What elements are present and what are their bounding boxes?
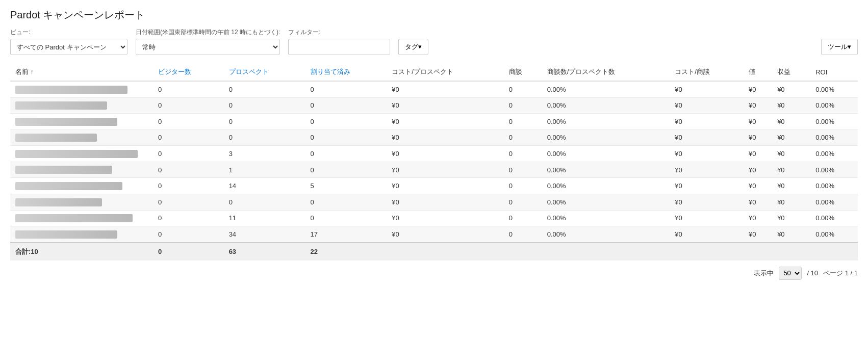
cell-visitors: 0 bbox=[153, 81, 224, 97]
date-select[interactable]: 常時 bbox=[136, 39, 280, 55]
cell-revenue: ¥0 bbox=[772, 146, 810, 162]
cell-value: ¥0 bbox=[744, 178, 772, 194]
name-cell bbox=[10, 114, 153, 130]
cell-value: ¥0 bbox=[744, 81, 772, 97]
view-group: ビュー: すべての Pardot キャンペーン bbox=[10, 28, 127, 55]
cell-roi: 0.00% bbox=[810, 97, 858, 114]
cell-prospects: 0 bbox=[224, 194, 305, 210]
tools-button[interactable]: ツール▾ bbox=[821, 39, 858, 55]
cell-visitors: 0 bbox=[153, 162, 224, 178]
cell-prospects: 3 bbox=[224, 146, 305, 162]
cell-deals_per_prospect: 0.00% bbox=[542, 162, 670, 178]
cell-value: ¥0 bbox=[744, 162, 772, 178]
per-page-select[interactable]: 50 25 10 bbox=[779, 267, 802, 280]
cell-deals_per_prospect: 0.00% bbox=[542, 129, 670, 146]
cell-assigned: 17 bbox=[305, 226, 387, 243]
table-row[interactable]: 0145¥000.00%¥0¥0¥00.00% bbox=[10, 178, 858, 194]
view-select[interactable]: すべての Pardot キャンペーン bbox=[10, 39, 127, 55]
campaign-table: 名前 ↑ビジター数プロスペクト割り当て済みコスト/プロスペクト商談商談数/プロス… bbox=[10, 63, 858, 261]
name-cell bbox=[10, 81, 153, 97]
name-cell bbox=[10, 194, 153, 210]
cell-deals_per_prospect: 0.00% bbox=[542, 114, 670, 130]
footer-empty-3 bbox=[670, 243, 744, 261]
cell-roi: 0.00% bbox=[810, 210, 858, 226]
cell-roi: 0.00% bbox=[810, 162, 858, 178]
table-row[interactable]: 03417¥000.00%¥0¥0¥00.00% bbox=[10, 226, 858, 243]
pagination-bar: 表示中 50 25 10 / 10 ページ 1 / 1 bbox=[10, 267, 858, 280]
footer-label: 合計:10 bbox=[10, 243, 153, 261]
cell-cost_per_prospect: ¥0 bbox=[387, 97, 503, 114]
cell-prospects: 0 bbox=[224, 114, 305, 130]
cell-assigned: 5 bbox=[305, 178, 387, 194]
date-label: 日付範囲(米国東部標準時間の午前 12 時にもとづく): bbox=[136, 28, 280, 37]
cell-cost_per_prospect: ¥0 bbox=[387, 178, 503, 194]
cell-revenue: ¥0 bbox=[772, 162, 810, 178]
cell-prospects: 0 bbox=[224, 81, 305, 97]
cell-cost_per_deal: ¥0 bbox=[670, 97, 744, 114]
cell-cost_per_deal: ¥0 bbox=[670, 162, 744, 178]
cell-cost_per_deal: ¥0 bbox=[670, 81, 744, 97]
cell-revenue: ¥0 bbox=[772, 226, 810, 243]
name-cell bbox=[10, 146, 153, 162]
cell-revenue: ¥0 bbox=[772, 81, 810, 97]
col-header-prospects: プロスペクト bbox=[224, 63, 305, 81]
cell-deals_per_prospect: 0.00% bbox=[542, 81, 670, 97]
table-footer: 合計:1006322 bbox=[10, 243, 858, 261]
table-row[interactable]: 000¥000.00%¥0¥0¥00.00% bbox=[10, 97, 858, 114]
cell-value: ¥0 bbox=[744, 97, 772, 114]
tag-button[interactable]: タグ▾ bbox=[398, 39, 428, 55]
cell-deals: 0 bbox=[504, 114, 542, 130]
table-row[interactable]: 010¥000.00%¥0¥0¥00.00% bbox=[10, 162, 858, 178]
col-header-deals: 商談 bbox=[504, 63, 542, 81]
name-cell bbox=[10, 178, 153, 194]
cell-deals: 0 bbox=[504, 129, 542, 146]
cell-deals: 0 bbox=[504, 162, 542, 178]
col-header-name[interactable]: 名前 ↑ bbox=[10, 63, 153, 81]
table-row[interactable]: 000¥000.00%¥0¥0¥00.00% bbox=[10, 81, 858, 97]
col-header-deals_per_prospect: 商談数/プロスペクト数 bbox=[542, 63, 670, 81]
toolbar: ビュー: すべての Pardot キャンペーン 日付範囲(米国東部標準時間の午前… bbox=[10, 28, 858, 55]
cell-cost_per_deal: ¥0 bbox=[670, 129, 744, 146]
name-cell bbox=[10, 210, 153, 226]
cell-value: ¥0 bbox=[744, 226, 772, 243]
footer-empty-2 bbox=[542, 243, 670, 261]
table-row[interactable]: 0110¥000.00%¥0¥0¥00.00% bbox=[10, 210, 858, 226]
col-header-assigned: 割り当て済み bbox=[305, 63, 387, 81]
cell-visitors: 0 bbox=[153, 114, 224, 130]
table-row[interactable]: 000¥000.00%¥0¥0¥00.00% bbox=[10, 129, 858, 146]
cell-assigned: 0 bbox=[305, 162, 387, 178]
cell-deals_per_prospect: 0.00% bbox=[542, 146, 670, 162]
cell-roi: 0.00% bbox=[810, 226, 858, 243]
footer-empty-1 bbox=[504, 243, 542, 261]
cell-prospects: 0 bbox=[224, 129, 305, 146]
cell-visitors: 0 bbox=[153, 97, 224, 114]
cell-revenue: ¥0 bbox=[772, 178, 810, 194]
cell-cost_per_deal: ¥0 bbox=[670, 210, 744, 226]
name-cell bbox=[10, 226, 153, 243]
cell-assigned: 0 bbox=[305, 210, 387, 226]
cell-prospects: 11 bbox=[224, 210, 305, 226]
cell-cost_per_prospect: ¥0 bbox=[387, 146, 503, 162]
cell-visitors: 0 bbox=[153, 194, 224, 210]
col-header-roi: ROI bbox=[810, 63, 858, 81]
cell-assigned: 0 bbox=[305, 194, 387, 210]
cell-cost_per_deal: ¥0 bbox=[670, 114, 744, 130]
cell-cost_per_prospect: ¥0 bbox=[387, 226, 503, 243]
cell-assigned: 0 bbox=[305, 81, 387, 97]
table-row[interactable]: 030¥000.00%¥0¥0¥00.00% bbox=[10, 146, 858, 162]
filter-group: フィルター: bbox=[288, 28, 390, 55]
footer-visitors: 0 bbox=[153, 243, 224, 261]
table-row[interactable]: 000¥000.00%¥0¥0¥00.00% bbox=[10, 114, 858, 130]
cell-value: ¥0 bbox=[744, 114, 772, 130]
total-label: / 10 bbox=[807, 269, 818, 277]
tools-group: ツール▾ bbox=[821, 39, 858, 55]
footer-empty-0 bbox=[387, 243, 503, 261]
table-row[interactable]: 000¥000.00%¥0¥0¥00.00% bbox=[10, 194, 858, 210]
cell-roi: 0.00% bbox=[810, 146, 858, 162]
view-label: ビュー: bbox=[10, 28, 127, 37]
cell-value: ¥0 bbox=[744, 210, 772, 226]
name-cell bbox=[10, 97, 153, 114]
cell-deals_per_prospect: 0.00% bbox=[542, 210, 670, 226]
footer-empty-4 bbox=[744, 243, 772, 261]
filter-input[interactable] bbox=[288, 39, 390, 55]
